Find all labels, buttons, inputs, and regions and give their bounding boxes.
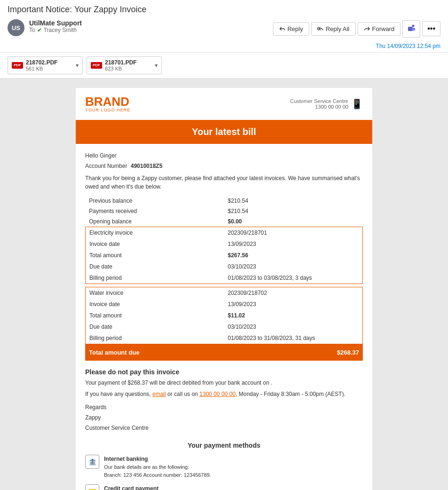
pdf-icon-2: PDF [91,62,102,69]
total-due-value: $268.37 [337,349,359,356]
water-period-value: 01/08/2023 to 31/08/2023, 31 days [224,332,363,344]
water-due-row: Due date 03/10/2023 [86,321,363,332]
reply-all-icon [317,25,324,32]
water-due-label: Due date [86,321,224,332]
attachment-2-size: 623 KB [105,66,152,71]
payments-row: Payments received $210.54 [85,206,363,216]
email-link[interactable]: email [152,391,166,397]
credit-card-icon: 💳 [85,484,99,490]
recipient-name: Tracey Smith [44,27,77,33]
phone-link[interactable]: 1300 00 00 00 [200,391,236,397]
internet-banking-detail: Our bank details are as the following:Br… [104,464,211,478]
elec-period-row: Billing period 01/08/2023 to 03/08/2023,… [86,272,363,284]
email-timestamp: Thu 14/09/2023 12:54 pm [376,43,440,49]
email-subject: Important Notice: Your Zappy Invoice [8,5,440,15]
credit-card-text: Credit card payment Pay online at MyAcco… [104,484,338,490]
cs-text: Customer Service Centre 1300 00 00 00 [290,98,349,110]
opening-balance-row: Opening balance $0.00 [85,216,363,227]
sender-row: US UtilMate Support To ✔ Tracey Smith [8,19,82,36]
water-date-value: 13/09/2023 [224,299,363,310]
pdf-icon-1: PDF [12,62,23,69]
water-total-value: $11.02 [224,310,363,321]
intro-text: Thank you for being a Zappy customer, pl… [85,174,363,191]
account-line: Account Number 49010018Z5 [85,162,363,170]
email-actions: Reply Reply All Forward ••• [273,20,440,38]
prev-balance-row: Previous balance $210.54 [85,196,363,206]
total-due-label: Total amount due [89,349,139,356]
attachment-1-info: 218702.PDF 561 KB [26,59,73,71]
elec-due-label: Due date [86,261,224,272]
timestamp-row: Thu 14/09/2023 12:54 pm [29,41,440,49]
sender-to: To ✔ Tracey Smith [29,27,82,33]
sender-name: UtilMate Support [29,19,82,27]
account-number: 49010018Z5 [131,163,162,169]
electricity-table: Electricity invoice 202309/218701 Invoic… [85,227,363,284]
account-label: Account Number [85,163,127,169]
teams-button[interactable] [402,20,420,38]
no-pay-text: Your payment of $268.37 will be direct d… [85,379,363,387]
water-invoice-value: 202309/218702 [224,287,363,299]
attachment-1[interactable]: PDF 218702.PDF 561 KB ▾ [8,56,83,74]
cs-phone: 1300 00 00 00 [290,104,349,110]
attachment-2[interactable]: PDF 218701.PDF 623 KB ▾ [87,56,162,74]
water-total-label: Total amount [86,310,224,321]
no-pay-heading: Please do not pay this invoice [85,368,363,376]
svg-rect-2 [412,28,415,31]
email-meta-row: US UtilMate Support To ✔ Tracey Smith Re… [8,19,440,38]
brand-sub: YOUR LOGO HERE [85,108,130,112]
attachment-1-name: 218702.PDF [26,59,73,66]
forward-icon [364,25,370,32]
opening-label: Opening balance [85,216,224,227]
water-date-label: Invoice date [86,299,224,310]
attachment-1-size: 561 KB [26,66,73,71]
more-dots: ••• [427,24,435,32]
total-due-row: Total amount due $268.37 [85,344,363,361]
attachments-row: PDF 218702.PDF 561 KB ▾ PDF 218701.PDF 6… [0,53,448,79]
reply-all-button[interactable]: Reply All [311,22,356,36]
reply-button[interactable]: Reply [273,22,309,36]
brand-header: BRAND YOUR LOGO HERE Customer Service Ce… [76,88,372,120]
elec-invoice-label: Electricity invoice [86,227,224,239]
water-total-row: Total amount $11.02 [86,310,363,321]
internet-banking-title: Internet banking [104,456,148,462]
brand-name: BRAND [85,95,130,108]
sender-info: UtilMate Support To ✔ Tracey Smith [29,19,82,33]
regards-section: Regards Zappy Customer Service Centre [85,403,363,432]
elec-period-label: Billing period [86,272,224,284]
forward-button[interactable]: Forward [358,22,401,36]
bill-header: Your latest bill [76,120,372,144]
prev-balance-label: Previous balance [85,196,224,206]
attachment-1-chevron: ▾ [76,62,79,69]
water-due-value: 03/10/2023 [224,321,363,332]
credit-card-title: Credit card payment [104,485,159,490]
invoice-body: Hello Ginger Account Number 49010018Z5 T… [76,144,372,490]
email-content: BRAND YOUR LOGO HERE Customer Service Ce… [76,88,372,490]
brand-logo-area: BRAND YOUR LOGO HERE [85,95,130,112]
water-invoice-row: Water invoice 202309/218702 [86,287,363,299]
email-header: Important Notice: Your Zappy Invoice US … [0,0,448,53]
prev-balance-value: $210.54 [224,196,363,206]
teams-icon [407,24,416,33]
elec-date-label: Invoice date [86,238,224,250]
to-label: To [29,27,35,33]
elec-total-value: $267.56 [224,250,363,261]
email-body: BRAND YOUR LOGO HERE Customer Service Ce… [0,79,448,490]
avatar: US [8,19,24,36]
elec-total-label: Total amount [86,250,224,261]
reply-icon [279,25,286,32]
more-options-button[interactable]: ••• [422,21,440,36]
phone-icon: 📱 [351,98,363,110]
elec-date-value: 13/09/2023 [224,238,363,250]
regards-label: Regards [85,403,363,411]
water-period-row: Billing period 01/08/2023 to 31/08/2023,… [86,332,363,344]
company-dept: Customer Service Centre [85,424,363,432]
attachment-2-name: 218701.PDF [105,59,152,66]
payments-label: Payments received [85,206,224,216]
payment-credit-card: 💳 Credit card payment Pay online at MyAc… [85,484,363,490]
question-text: If you have any questions, email or call… [85,390,363,398]
no-pay-section: Please do not pay this invoice Your paym… [85,368,363,398]
payment-methods: Your payment methods 🏦 Internet banking … [85,437,363,490]
water-date-row: Invoice date 13/09/2023 [86,299,363,310]
elec-due-value: 03/10/2023 [224,261,363,272]
attachment-2-chevron: ▾ [155,62,158,69]
